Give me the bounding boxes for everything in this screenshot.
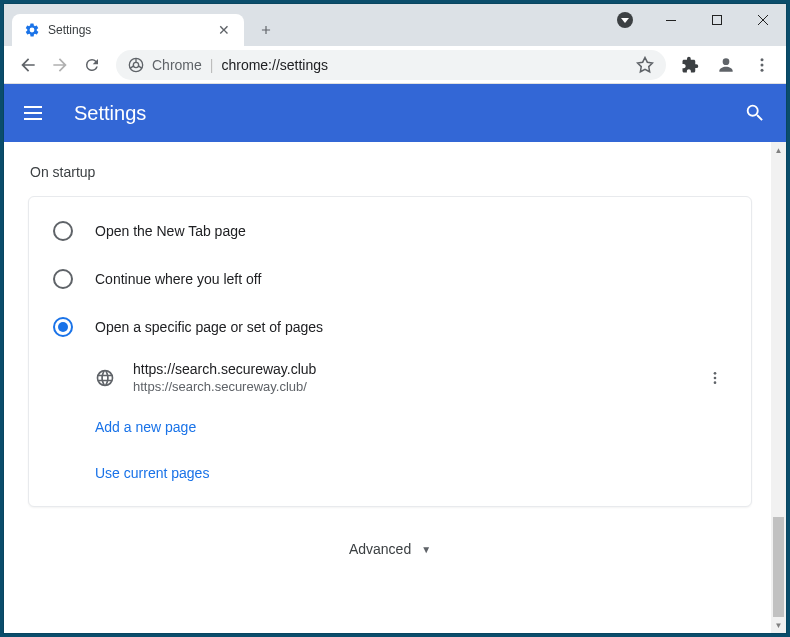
radio-continue[interactable]: Continue where you left off <box>29 255 751 303</box>
profile-button[interactable] <box>710 49 742 81</box>
page-entry-url: https://search.secureway.club/ <box>133 379 703 394</box>
menu-button[interactable] <box>746 49 778 81</box>
scrollbar[interactable]: ▲ ▼ <box>771 142 786 633</box>
radio-icon <box>53 221 73 241</box>
browser-window: Settings ✕ Chrome | chrome: <box>4 4 786 633</box>
add-page-link[interactable]: Add a new page <box>95 419 196 435</box>
bookmark-star-icon[interactable] <box>636 56 654 74</box>
scroll-up-icon[interactable]: ▲ <box>771 142 786 158</box>
scroll-thumb[interactable] <box>773 517 784 617</box>
back-button[interactable] <box>12 49 44 81</box>
omnibox-divider: | <box>210 57 214 73</box>
omnibox-prefix: Chrome <box>152 57 202 73</box>
close-icon[interactable]: ✕ <box>216 22 232 38</box>
chevron-down-icon: ▼ <box>421 544 431 555</box>
svg-rect-1 <box>713 16 722 25</box>
use-current-link[interactable]: Use current pages <box>95 465 209 481</box>
toolbar: Chrome | chrome://settings <box>4 46 786 84</box>
tab-title: Settings <box>48 23 216 37</box>
svg-rect-0 <box>666 20 676 21</box>
startup-page-entry: https://search.secureway.club https://se… <box>29 351 751 404</box>
search-icon[interactable] <box>744 102 766 124</box>
globe-icon <box>95 368 115 388</box>
radio-label: Continue where you left off <box>95 271 261 287</box>
page-title: Settings <box>74 102 744 125</box>
radio-label: Open a specific page or set of pages <box>95 319 323 335</box>
content-area: On startup Open the New Tab page Continu… <box>4 142 786 633</box>
svg-point-3 <box>133 62 138 67</box>
radio-icon <box>53 269 73 289</box>
minimize-button[interactable] <box>648 4 694 36</box>
radio-label: Open the New Tab page <box>95 223 246 239</box>
chrome-icon <box>128 57 144 73</box>
use-current-row: Use current pages <box>29 450 751 496</box>
settings-header: Settings <box>4 84 786 142</box>
window-controls <box>602 4 786 36</box>
gear-icon <box>24 22 40 38</box>
svg-point-5 <box>761 58 764 61</box>
maximize-button[interactable] <box>694 4 740 36</box>
tab-settings[interactable]: Settings ✕ <box>12 14 244 46</box>
close-button[interactable] <box>740 4 786 36</box>
reload-button[interactable] <box>76 49 108 81</box>
omnibox-url: chrome://settings <box>221 57 636 73</box>
radio-icon <box>53 317 73 337</box>
titlebar: Settings ✕ <box>4 4 786 46</box>
new-tab-button[interactable] <box>252 16 280 44</box>
hamburger-icon[interactable] <box>24 101 48 125</box>
address-bar[interactable]: Chrome | chrome://settings <box>116 50 666 80</box>
radio-new-tab[interactable]: Open the New Tab page <box>29 207 751 255</box>
svg-point-4 <box>723 58 730 65</box>
radio-specific-pages[interactable]: Open a specific page or set of pages <box>29 303 751 351</box>
startup-card: Open the New Tab page Continue where you… <box>28 196 752 507</box>
svg-point-6 <box>761 63 764 66</box>
section-title: On startup <box>28 164 752 180</box>
page-entry-menu[interactable] <box>703 366 727 390</box>
advanced-label: Advanced <box>349 541 411 557</box>
forward-button[interactable] <box>44 49 76 81</box>
advanced-toggle[interactable]: Advanced ▼ <box>28 541 752 557</box>
svg-point-9 <box>714 376 717 379</box>
add-page-row: Add a new page <box>29 404 751 450</box>
page-entry-title: https://search.secureway.club <box>133 361 703 377</box>
svg-point-7 <box>761 68 764 71</box>
scroll-down-icon[interactable]: ▼ <box>771 617 786 633</box>
svg-point-10 <box>714 381 717 384</box>
account-badge[interactable] <box>602 4 648 36</box>
extensions-button[interactable] <box>674 49 706 81</box>
svg-point-8 <box>714 372 717 375</box>
